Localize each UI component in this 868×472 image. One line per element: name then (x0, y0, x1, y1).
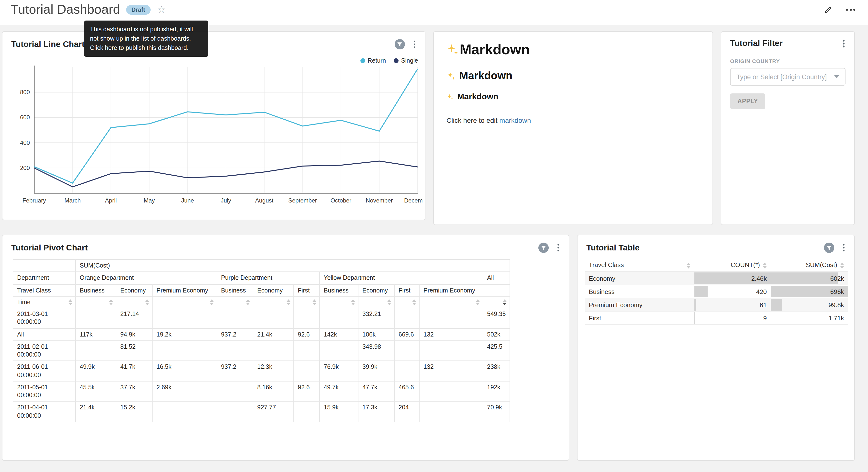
pivot-cell: 343.98 (358, 341, 394, 361)
count-bar (694, 286, 707, 297)
line-chart-card: Tutorial Line Chart ReturnSingle 2004006… (2, 31, 426, 220)
pivot-cell (217, 402, 253, 422)
pivot-col-dimension: Department (13, 272, 75, 285)
sum-bar (771, 272, 837, 284)
pivot-cell: 465.6 (394, 381, 419, 402)
pivot-group-label: Purple Department (217, 272, 319, 285)
pivot-cell: 47.7k (358, 381, 394, 402)
pivot-cell: 15.2k (116, 402, 152, 422)
legend-dot-icon (360, 58, 365, 63)
markdown-h1: Markdown (446, 41, 700, 58)
line-chart[interactable]: 200400600800FebruaryMarchAprilMayJuneJul… (6, 63, 423, 211)
apply-button[interactable]: APPLY (730, 93, 765, 109)
pivot-cell (394, 361, 419, 381)
pivot-cell: 132 (419, 328, 483, 341)
edit-icon[interactable] (824, 5, 833, 14)
kebab-menu-icon[interactable] (841, 243, 846, 253)
kebab-menu-icon[interactable] (411, 40, 417, 49)
sum-cost-cell: 1.71k (828, 314, 848, 322)
pivot-cell: 12.3k (253, 361, 293, 381)
sort-icon[interactable] (68, 298, 72, 305)
sort-icon[interactable] (412, 298, 416, 305)
pivot-cell: 19.2k (152, 328, 217, 341)
pivot-subcol-row: Travel ClassBusinessEconomyPremium Econo… (13, 284, 510, 297)
pivot-chart-card: Tutorial Pivot Chart SUM(Cost)Department… (2, 235, 569, 461)
pivot-subcol-label: Economy (253, 284, 293, 297)
filter-card: Tutorial Filter ORIGIN COUNTRY Type or S… (721, 31, 855, 225)
svg-text:800: 800 (20, 89, 30, 95)
pivot-cell: 927.77 (253, 402, 293, 422)
sort-icon[interactable] (763, 261, 767, 268)
col-header-sum-cost[interactable]: SUM(Cost) (771, 258, 848, 272)
sort-icon[interactable] (840, 261, 844, 268)
sort-icon[interactable] (246, 298, 250, 305)
pivot-cell (217, 381, 253, 402)
table-row: Premium Economy6199.8k (585, 298, 848, 311)
line-chart-title: Tutorial Line Chart (11, 39, 85, 49)
count-bar (694, 312, 695, 324)
pivot-row: 2011-04-01 00:00:0021.4k15.2k927.7715.9k… (13, 402, 510, 422)
card-header: Tutorial Line Chart (2, 32, 425, 50)
status-badge[interactable]: Draft (126, 5, 151, 14)
pivot-cell: 132 (419, 361, 483, 381)
sum-cost-cell: 696k (830, 288, 848, 295)
filter-title: Tutorial Filter (730, 39, 783, 49)
pivot-cell (394, 308, 419, 328)
filter-indicator-icon[interactable] (394, 39, 405, 50)
pivot-table-wrap: SUM(Cost)DepartmentOrange DepartmentPurp… (2, 254, 569, 422)
pivot-cell: 937.2 (217, 328, 253, 341)
pivot-cell: 502k (483, 328, 510, 341)
pivot-cell (319, 308, 358, 328)
pivot-cell (293, 308, 319, 328)
filter-indicator-icon[interactable] (823, 242, 835, 254)
sum-bar (771, 312, 771, 324)
pivot-subcol-label: First (394, 284, 419, 297)
sparkles-icon (446, 93, 454, 100)
pivot-sort-row: Time (13, 297, 510, 308)
sort-icon[interactable] (351, 298, 355, 305)
sort-icon[interactable] (687, 261, 690, 268)
markdown-h2: Markdown (446, 69, 700, 82)
sort-icon[interactable] (312, 298, 316, 305)
origin-country-label: ORIGIN COUNTRY (730, 58, 845, 64)
kebab-menu-icon[interactable] (841, 39, 846, 49)
sort-icon[interactable] (503, 298, 507, 305)
markdown-h3: Markdown (446, 92, 700, 102)
pivot-row-header: 2011-05-01 00:00:00 (13, 381, 75, 402)
pivot-cell: 2.69k (152, 381, 217, 402)
sort-icon[interactable] (387, 298, 391, 305)
sort-icon[interactable] (476, 298, 480, 305)
sort-icon[interactable] (210, 298, 214, 305)
pivot-row: 2011-02-01 00:00:0081.52343.98425.5 (13, 341, 510, 361)
favorite-star-icon[interactable]: ☆ (157, 5, 166, 14)
pivot-row: All117k94.9k19.2k937.221.4k92.6142k106k6… (13, 328, 510, 341)
pivot-metric-row: SUM(Cost) (13, 260, 510, 272)
filter-indicator-icon[interactable] (538, 242, 549, 254)
markdown-body: Markdown Markdown Markdown Click here to… (434, 32, 712, 134)
col-header-travel-class[interactable]: Travel Class (585, 258, 694, 272)
markdown-link[interactable]: markdown (499, 116, 531, 124)
sort-icon[interactable] (109, 298, 113, 305)
kebab-menu-icon[interactable] (555, 243, 561, 253)
filter-body: ORIGIN COUNTRY Type or Select [Origin Co… (721, 58, 854, 109)
svg-text:October: October (331, 197, 351, 204)
sort-icon[interactable] (145, 298, 149, 305)
markdown-card: Markdown Markdown Markdown Click here to… (433, 31, 713, 225)
pivot-cell: 549.35 (483, 308, 510, 328)
pivot-cell: 37.7k (116, 381, 152, 402)
sort-icon[interactable] (286, 298, 290, 305)
travel-class-cell: Business (585, 288, 615, 295)
pivot-cell: 21.4k (253, 328, 293, 341)
pivot-cell (293, 361, 319, 381)
col-header-count[interactable]: COUNT(*) (694, 258, 771, 272)
pivot-cell (152, 308, 217, 328)
pivot-cell: 15.9k (319, 402, 358, 422)
origin-country-select[interactable]: Type or Select [Origin Country] (730, 68, 845, 86)
sparkles-icon (446, 43, 459, 56)
pivot-cell (217, 341, 253, 361)
pivot-cell: 217.14 (116, 308, 152, 328)
table-title: Tutorial Table (586, 243, 640, 253)
more-icon[interactable] (846, 7, 855, 12)
select-placeholder: Type or Select [Origin Country] (737, 73, 827, 81)
dashboard-page: Tutorial Dashboard Draft ☆ This dashboar… (0, 0, 868, 472)
